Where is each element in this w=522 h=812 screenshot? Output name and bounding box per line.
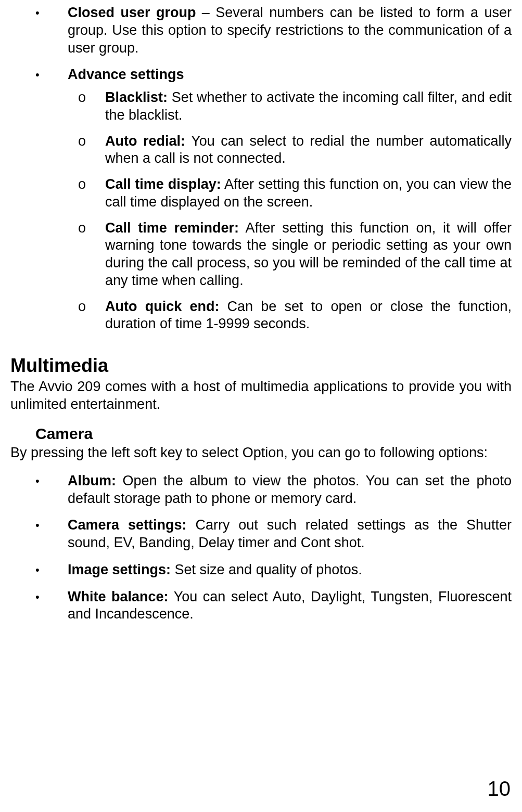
bullet-content: Image settings: Set size and quality of … bbox=[68, 561, 512, 579]
bullet-content: Closed user group – Several numbers can … bbox=[68, 4, 512, 57]
bullet-closed-user-group: • Closed user group – Several numbers ca… bbox=[10, 4, 512, 57]
bullet-content: Advance settings bbox=[68, 66, 512, 84]
sub-bullet-marker: o bbox=[68, 89, 105, 124]
sub-bullet-marker: o bbox=[68, 298, 105, 333]
sub-bullet-auto-redial: o Auto redial: You can select to redial … bbox=[68, 133, 512, 168]
bullet-marker: • bbox=[10, 4, 68, 57]
document-page: • Closed user group – Several numbers ca… bbox=[10, 0, 512, 623]
sub-bullet-blacklist: o Blacklist: Set whether to activate the… bbox=[68, 89, 512, 124]
sub-bullet-marker: o bbox=[68, 220, 105, 290]
bullet-content: White balance: You can select Auto, Dayl… bbox=[68, 588, 512, 624]
bullet-marker: • bbox=[10, 66, 68, 84]
album-title: Album: bbox=[68, 473, 116, 488]
bullet-white-balance: • White balance: You can select Auto, Da… bbox=[10, 588, 512, 624]
bullet-marker: • bbox=[10, 517, 68, 552]
bullet-content: Camera settings: Carry out such related … bbox=[68, 517, 512, 552]
bullet-marker: • bbox=[10, 561, 68, 579]
bullet-camera-settings: • Camera settings: Carry out such relate… bbox=[10, 517, 512, 552]
advance-settings-title: Advance settings bbox=[68, 67, 184, 82]
sub-bullet-content: Auto redial: You can select to redial th… bbox=[105, 133, 512, 168]
white-balance-title: White balance: bbox=[68, 589, 169, 604]
image-settings-title: Image settings: bbox=[68, 562, 171, 577]
sub-bullet-content: Call time display: After setting this fu… bbox=[105, 176, 512, 211]
auto-redial-title: Auto redial: bbox=[105, 133, 185, 149]
sub-bullet-content: Call time reminder: After setting this f… bbox=[105, 220, 512, 290]
image-settings-text: Set size and quality of photos. bbox=[171, 562, 362, 577]
call-time-display-title: Call time display: bbox=[105, 176, 221, 192]
multimedia-body: The Avvio 209 comes with a host of multi… bbox=[10, 378, 512, 414]
auto-quick-end-title: Auto quick end: bbox=[105, 299, 219, 314]
camera-title: Camera bbox=[35, 424, 512, 444]
sub-bullet-marker: o bbox=[68, 176, 105, 211]
sub-bullet-marker: o bbox=[68, 133, 105, 168]
sub-bullet-call-time-display: o Call time display: After setting this … bbox=[68, 176, 512, 211]
sub-bullet-call-time-reminder: o Call time reminder: After setting this… bbox=[68, 220, 512, 290]
sub-bullet-auto-quick-end: o Auto quick end: Can be set to open or … bbox=[68, 298, 512, 333]
sub-bullet-content: Blacklist: Set whether to activate the i… bbox=[105, 89, 512, 124]
bullet-image-settings: • Image settings: Set size and quality o… bbox=[10, 561, 512, 579]
bullet-marker: • bbox=[10, 588, 68, 624]
bullet-advance-settings: • Advance settings bbox=[10, 66, 512, 84]
page-number: 10 bbox=[488, 776, 511, 802]
camera-settings-title: Camera settings: bbox=[68, 517, 186, 533]
closed-user-group-title: Closed user group bbox=[68, 5, 196, 20]
blacklist-title: Blacklist: bbox=[105, 89, 168, 105]
multimedia-title: Multimedia bbox=[10, 354, 512, 377]
bullet-content: Album: Open the album to view the photos… bbox=[68, 472, 512, 508]
sub-bullet-content: Auto quick end: Can be set to open or cl… bbox=[105, 298, 512, 333]
bullet-marker: • bbox=[10, 472, 68, 508]
bullet-album: • Album: Open the album to view the phot… bbox=[10, 472, 512, 508]
camera-body: By pressing the left soft key to select … bbox=[10, 444, 512, 462]
call-time-reminder-title: Call time reminder: bbox=[105, 220, 239, 236]
album-text: Open the album to view the photos. You c… bbox=[68, 473, 512, 506]
